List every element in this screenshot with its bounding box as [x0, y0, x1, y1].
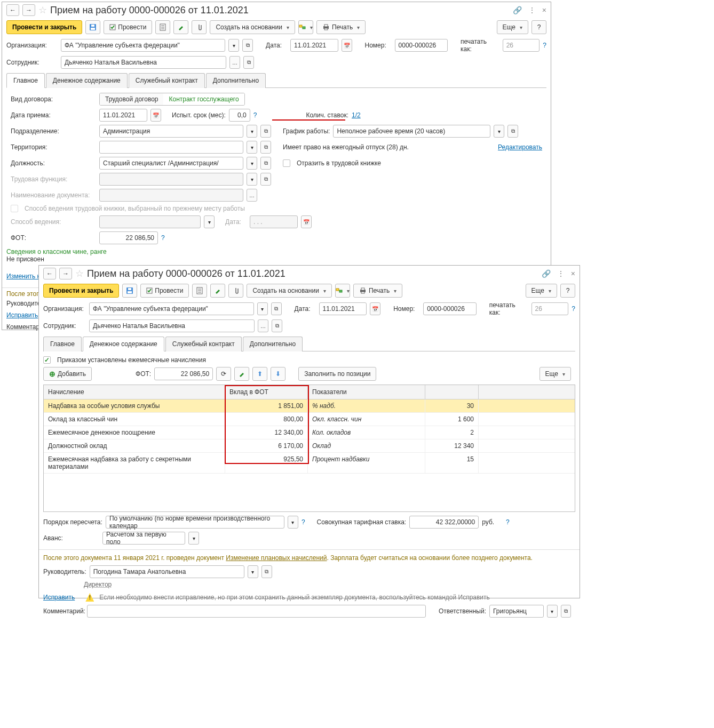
edit-button[interactable] — [210, 284, 225, 298]
ellipsis-icon[interactable]: … — [247, 189, 257, 202]
help-link[interactable]: ? — [506, 518, 510, 526]
number-input[interactable]: 0000-000026 — [395, 39, 448, 52]
tab-contract[interactable]: Служебный контракт — [129, 73, 205, 88]
dropdown-icon[interactable]: ▾ — [247, 125, 257, 138]
conduct-button[interactable]: Провести — [140, 284, 189, 298]
rates-link[interactable]: 1/2 — [352, 111, 361, 119]
manager-input[interactable]: Погодина Тамара Анатольевна — [90, 565, 244, 578]
director-link[interactable]: Директор — [84, 581, 112, 588]
ellipsis-icon[interactable]: … — [229, 56, 240, 69]
th-indicator[interactable]: Показатели — [308, 385, 425, 399]
fill-position-button[interactable]: Заполнить по позиции — [298, 367, 376, 381]
close-icon[interactable]: × — [571, 269, 575, 278]
open-icon[interactable]: ⧉ — [260, 173, 271, 186]
dropdown-icon[interactable]: ▾ — [248, 565, 258, 578]
nav-forward-button[interactable]: → — [59, 268, 72, 279]
fot-input[interactable]: 22 086,50 — [99, 231, 158, 244]
table-row[interactable]: Ежемесячное денежное поощрение12 340,00К… — [44, 426, 575, 439]
add-button[interactable]: ⊕Добавить — [43, 367, 92, 381]
territory-input[interactable] — [99, 141, 243, 154]
edit-link[interactable]: Редактировать — [498, 143, 542, 151]
total-rate-input[interactable]: 42 322,00000 — [409, 516, 479, 529]
ellipsis-icon[interactable]: … — [258, 319, 268, 332]
calendar-icon[interactable]: 📅 — [301, 215, 312, 228]
open-icon[interactable]: ⧉ — [507, 125, 518, 138]
table-more-button[interactable]: Еще — [540, 367, 571, 381]
document-button[interactable] — [192, 284, 207, 298]
calendar-icon[interactable]: 📅 — [370, 302, 380, 315]
change-plan-link[interactable]: Изменение плановых начислений — [226, 554, 327, 562]
table-row[interactable]: Должностной оклад6 170,00Оклад12 340 — [44, 439, 575, 453]
link-icon[interactable]: 🔗 — [542, 269, 551, 278]
edit-button[interactable] — [173, 20, 188, 34]
open-icon[interactable]: ⧉ — [561, 605, 571, 618]
favorite-star-icon[interactable]: ☆ — [75, 268, 84, 279]
open-icon[interactable]: ⧉ — [271, 302, 282, 315]
edit-pencil-button[interactable] — [234, 367, 249, 381]
save-button[interactable] — [85, 20, 100, 34]
nav-forward-button[interactable]: → — [22, 4, 35, 16]
favorite-star-icon[interactable]: ☆ — [38, 4, 47, 16]
dropdown-icon[interactable]: ▾ — [494, 125, 504, 138]
employee-input[interactable]: Дьяченко Наталья Васильевна — [61, 56, 226, 69]
org-input[interactable]: ФА "Управление субъекта федерации" — [61, 39, 225, 52]
calendar-icon[interactable]: 📅 — [342, 39, 352, 52]
table-row[interactable]: Надбавка за особые условия службы1 851,0… — [44, 399, 575, 413]
close-icon[interactable]: × — [542, 6, 546, 14]
tab-main[interactable]: Главное — [6, 73, 45, 88]
document-button[interactable] — [155, 20, 170, 34]
attachment-button[interactable] — [192, 20, 207, 34]
print-button[interactable]: Печать — [316, 20, 366, 34]
responsible-input[interactable]: Григорьянц — [489, 605, 544, 618]
dropdown-icon[interactable]: ▾ — [188, 532, 199, 545]
position-input[interactable]: Старший специалист /Администрация/ — [99, 157, 243, 170]
open-icon[interactable]: ⧉ — [242, 39, 253, 52]
conduct-button[interactable]: Провести — [104, 20, 152, 34]
reflect-checkbox[interactable] — [283, 159, 290, 167]
number-input[interactable]: 0000-000026 — [423, 302, 477, 315]
th-name[interactable]: Начисление — [44, 385, 225, 399]
table-row[interactable]: Ежемесячная надбавка за работу с секретн… — [44, 453, 575, 474]
open-icon[interactable]: ⧉ — [261, 565, 272, 578]
fix-link[interactable]: Исправить — [6, 311, 38, 319]
division-input[interactable]: Администрация — [99, 125, 243, 138]
dropdown-icon[interactable]: ▾ — [247, 173, 257, 186]
more-button[interactable]: Еще — [526, 284, 557, 298]
help-link[interactable]: ? — [161, 234, 165, 242]
help-button[interactable]: ? — [531, 20, 546, 34]
comment-input[interactable] — [87, 605, 426, 618]
help-link[interactable]: ? — [572, 305, 575, 313]
open-icon[interactable]: ⧉ — [260, 125, 271, 138]
calendar-icon[interactable]: 📅 — [150, 109, 161, 122]
attachment-button[interactable] — [228, 284, 243, 298]
advance-input[interactable]: Расчетом за первую поло — [102, 532, 185, 545]
dropdown-icon[interactable]: ▾ — [204, 215, 215, 228]
th-value[interactable] — [425, 385, 479, 399]
registry-button[interactable] — [298, 20, 313, 34]
schedule-input[interactable]: Неполное рабочее время (20 часов) — [333, 125, 490, 138]
conduct-close-button[interactable]: Провести и закрыть — [6, 20, 82, 34]
more-button[interactable]: Еще — [497, 20, 528, 34]
date-input[interactable]: 11.01.2021 — [319, 302, 367, 315]
up-arrow-button[interactable]: ⬆ — [252, 367, 267, 381]
tab-additional[interactable]: Дополнительно — [243, 337, 303, 351]
registry-button[interactable] — [335, 284, 350, 298]
nav-back-button[interactable]: ← — [43, 268, 56, 279]
dropdown-icon[interactable]: ▾ — [257, 302, 268, 315]
help-link[interactable]: ? — [253, 111, 257, 119]
recalc-order-input[interactable]: По умолчанию (по норме времени производс… — [106, 516, 284, 529]
open-icon[interactable]: ⧉ — [260, 141, 271, 154]
tab-money[interactable]: Денежное содержание — [83, 337, 164, 351]
dropdown-icon[interactable]: ▾ — [547, 605, 557, 618]
create-based-button[interactable]: Создать на основании — [247, 284, 332, 298]
print-as-input[interactable]: 26 — [531, 302, 569, 315]
help-button[interactable]: ? — [560, 284, 575, 298]
probation-input[interactable]: 0,0 — [229, 109, 250, 122]
date-input[interactable]: 11.01.2021 — [290, 39, 338, 52]
dropdown-icon[interactable]: ▾ — [247, 157, 257, 170]
down-arrow-button[interactable]: ⬇ — [271, 367, 285, 381]
tab-additional[interactable]: Дополнительно — [206, 73, 266, 88]
tab-main[interactable]: Главное — [43, 337, 82, 351]
more-icon[interactable]: ⋮ — [557, 269, 565, 278]
print-button[interactable]: Печать — [353, 284, 402, 298]
